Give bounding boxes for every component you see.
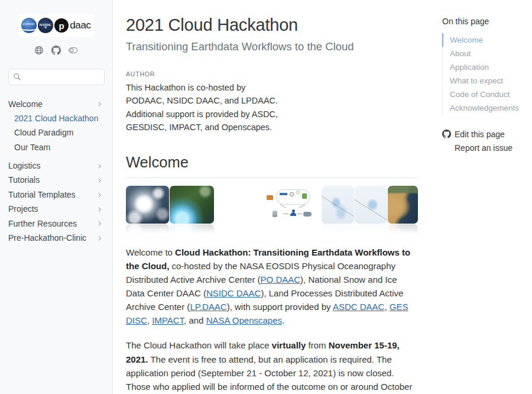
diagram-cloud-download-icon (303, 212, 312, 217)
sidebar-item-tutorials[interactable]: Tutorials (8, 173, 104, 188)
diagram-person-icon (296, 190, 300, 194)
banner-tile-ice-sheet-satellite-image-2 (355, 186, 387, 224)
sidebar-item-label: Tutorials (8, 176, 40, 185)
banner-image (126, 186, 418, 234)
text-segment: , (147, 315, 152, 325)
sidebar-item-welcome[interactable]: Welcome (8, 97, 104, 111)
page-toc: On this page Welcome About Application W… (436, 0, 532, 394)
banner-reflection (126, 224, 418, 234)
lpdaac-logo-text: daac (70, 20, 91, 31)
author-text: This Hackathon is co-hosted by PODAAC, N… (126, 81, 281, 134)
lpdaac-monogram: p (54, 18, 69, 33)
section-divider (126, 177, 418, 178)
diagram-arrow (283, 214, 288, 214)
edit-this-page-link[interactable]: Edit this page (442, 127, 526, 141)
sidebar-item-label: Logistics (8, 162, 40, 170)
text-segment: , (384, 302, 389, 312)
chevron-right-icon (97, 101, 103, 107)
chevron-right-icon (97, 163, 103, 169)
welcome-paragraph-1: Welcome to Cloud Hackathon: Transitionin… (126, 246, 418, 328)
sidebar-item-our-team[interactable]: Our Team (8, 140, 104, 154)
diagram-document-icon (302, 193, 307, 199)
toc-action-links: Edit this page Report an issue (442, 127, 526, 154)
toc-item-what-to-expect[interactable]: What to expect (442, 75, 526, 88)
page-title: 2021 Cloud Hackathon (126, 15, 418, 35)
podaac-wave-graphic (21, 25, 37, 31)
sidebar-item-label: Our Team (14, 143, 50, 152)
sidebar-item-label: Tutorial Templates (8, 190, 76, 199)
text-segment: . (282, 315, 284, 325)
chevron-right-icon (97, 192, 103, 198)
site-logo[interactable]: podaac NSIDC✻ p daac (18, 14, 94, 37)
podaac-logo: podaac (21, 18, 37, 33)
banner-tile-row (126, 186, 418, 224)
banner-tile-oman-coast-satellite-image (388, 186, 418, 224)
search-input[interactable] (8, 69, 105, 85)
inline-link[interactable]: PO.DAAC (261, 274, 301, 285)
toc-title: On this page (442, 17, 526, 26)
toc-list: Welcome About Application What to expect… (442, 33, 526, 115)
sidebar-item-tutorial-templates[interactable]: Tutorial Templates (8, 188, 104, 202)
welcome-paragraph-2: The Cloud Hackathon will take place virt… (126, 338, 418, 394)
bold-text: virtually (272, 340, 306, 350)
toc-item-about[interactable]: About (442, 47, 526, 60)
edit-this-page-label: Edit this page (455, 130, 505, 139)
sidebar-tool-icons (8, 46, 104, 55)
report-an-issue-label: Report an issue (455, 143, 512, 153)
banner-tile-green-coastline-satellite-image (170, 186, 214, 224)
globe-icon[interactable] (34, 46, 44, 55)
contrast-toggle-icon[interactable] (69, 46, 78, 55)
sidebar-item-logistics[interactable]: Logistics (8, 159, 104, 173)
report-an-issue-link[interactable]: Report an issue (442, 141, 526, 154)
sidebar-item-label: Pre-Hackathon-Clinic (8, 234, 86, 243)
banner-tile-cloud-workflow-diagram (265, 186, 321, 224)
sidebar-item-label: Cloud Paradigm (14, 128, 73, 137)
inline-link[interactable]: LP.DAAC (190, 302, 226, 312)
text-segment: , and (184, 315, 206, 325)
diagram-arrow (299, 204, 305, 208)
text-segment: Welcome to (126, 247, 175, 257)
chevron-right-icon (97, 177, 103, 183)
toc-item-application[interactable]: Application (442, 60, 526, 74)
sidebar-item-label: 2021 Cloud Hackathon (14, 114, 98, 123)
sidebar-item-2021-cloud-hackathon[interactable]: 2021 Cloud Hackathon (8, 111, 104, 125)
banner-tile-arctic-ice-satellite-image (215, 186, 265, 224)
chevron-right-icon (97, 206, 103, 212)
diagram-database-icon (273, 211, 277, 217)
inline-link[interactable]: NSIDC DAAC (206, 288, 261, 298)
toc-item-code-of-conduct[interactable]: Code of Conduct (442, 88, 526, 102)
app-window: podaac NSIDC✻ p daac (0, 0, 532, 394)
nsidc-snowflake-glyph: ✻ (44, 27, 47, 28)
banner-tile-ice-sheet-satellite-image-1 (322, 186, 354, 224)
github-icon (442, 130, 451, 138)
chevron-right-icon (97, 235, 103, 241)
search-icon (13, 73, 21, 81)
text-segment: The Cloud Hackathon will take place (126, 340, 272, 350)
sidebar-item-pre-hackathon-clinic[interactable]: Pre-Hackathon-Clinic (8, 231, 104, 246)
author-label: AUTHOR (126, 70, 418, 77)
sidebar-nav: Welcome 2021 Cloud Hackathon Cloud Parad… (8, 97, 104, 246)
diagram-folder-icon (267, 195, 273, 200)
diagram-user-icon (290, 209, 296, 217)
nsidc-logo: NSIDC✻ (38, 18, 53, 33)
inline-link[interactable]: IMPACT (152, 315, 184, 325)
inline-link[interactable]: NASA Openscapes (206, 315, 282, 325)
sidebar-item-label: Further Resources (8, 219, 77, 228)
sidebar-item-cloud-paradigm[interactable]: Cloud Paradigm (8, 126, 104, 140)
inline-link[interactable]: ASDC DAAC (333, 302, 385, 312)
diagram-arrow (280, 204, 286, 208)
sidebar-item-further-resources[interactable]: Further Resources (8, 217, 104, 231)
diagram-gear-icon (290, 192, 294, 196)
toc-item-welcome[interactable]: Welcome (442, 33, 526, 47)
diagram-arrow (297, 214, 302, 214)
text-segment: ), with support provided by (227, 302, 333, 312)
toc-item-acknowledgements[interactable]: Acknowledgements (442, 102, 526, 115)
text-segment: The event is free to attend, but an appl… (126, 354, 412, 394)
sidebar-item-label: Welcome (8, 100, 43, 109)
sidebar-item-projects[interactable]: Projects (8, 202, 104, 217)
section-heading-welcome: Welcome (126, 154, 418, 171)
search-container (8, 69, 104, 85)
main-content: 2021 Cloud Hackathon Transitioning Earth… (113, 0, 436, 394)
github-icon[interactable] (51, 46, 61, 55)
text-segment: from (306, 340, 328, 350)
